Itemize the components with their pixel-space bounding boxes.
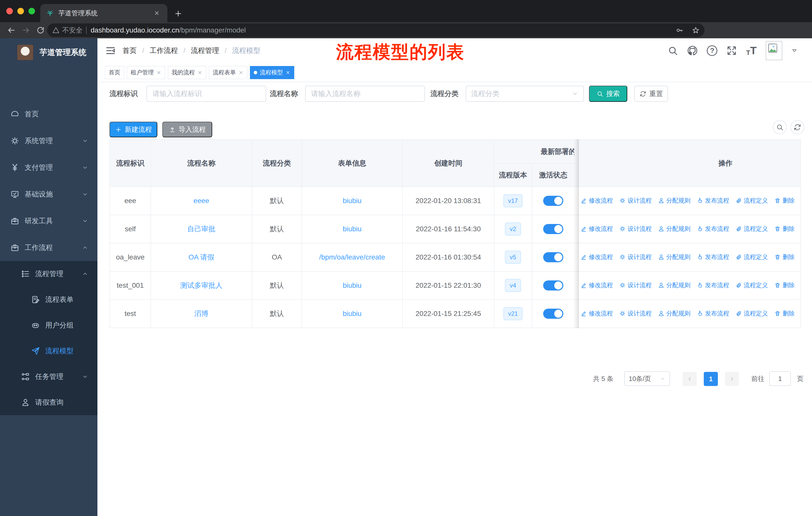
hide-search-button[interactable] (773, 120, 787, 134)
sidebar-fold-icon[interactable] (106, 46, 116, 56)
publish-process-link[interactable]: 发布流程 (697, 196, 729, 205)
goto-page-input[interactable] (769, 371, 791, 386)
close-tab-icon[interactable] (152, 8, 161, 18)
assign-rule-link[interactable]: 分配规则 (658, 309, 690, 318)
edit-process-link[interactable]: 修改流程 (581, 253, 613, 261)
sidebar-item-process-mgmt[interactable]: 流程管理 (0, 261, 97, 287)
form-link[interactable]: biubiu (343, 310, 362, 318)
design-process-link[interactable]: 设计流程 (619, 309, 652, 318)
font-size-icon[interactable]: TT (746, 45, 757, 57)
publish-process-link[interactable]: 发布流程 (697, 225, 729, 233)
delete-link[interactable]: 删除 (775, 309, 794, 318)
breadcrumb-workflow[interactable]: 工作流程 (150, 46, 178, 55)
sidebar-item-user-group[interactable]: 用户分组 (0, 313, 97, 338)
process-name-link[interactable]: 自己审批 (187, 225, 215, 233)
design-process-link[interactable]: 设计流程 (619, 196, 652, 205)
close-icon[interactable] (197, 70, 202, 75)
version-badge[interactable]: v5 (505, 251, 521, 264)
edit-process-link[interactable]: 修改流程 (581, 309, 613, 318)
sidebar-item-process-form[interactable]: 流程表单 (0, 287, 97, 313)
import-process-button[interactable]: 导入流程 (162, 122, 212, 137)
form-link[interactable]: biubiu (343, 225, 362, 233)
filter-name-input[interactable] (305, 86, 425, 102)
assign-rule-link[interactable]: 分配规则 (658, 281, 690, 289)
delete-link[interactable]: 删除 (775, 281, 794, 289)
reset-button[interactable]: 重置 (634, 86, 668, 102)
form-link[interactable]: biubiu (343, 197, 362, 205)
version-badge[interactable]: v4 (505, 279, 521, 292)
breadcrumb-home[interactable]: 首页 (123, 46, 137, 55)
prev-page-button[interactable] (683, 372, 697, 386)
breadcrumb-process-mgmt[interactable]: 流程管理 (191, 46, 219, 55)
form-link[interactable]: biubiu (343, 281, 362, 289)
github-icon[interactable] (687, 45, 698, 56)
search-button[interactable]: 搜索 (589, 86, 627, 102)
design-process-link[interactable]: 设计流程 (619, 253, 652, 261)
active-toggle[interactable] (543, 252, 563, 262)
publish-process-link[interactable]: 发布流程 (697, 309, 729, 318)
version-badge[interactable]: v17 (503, 194, 523, 207)
sidebar-item-payment[interactable]: 支付管理 (0, 154, 97, 181)
process-name-link[interactable]: 滔博 (194, 310, 208, 318)
avatar[interactable] (766, 41, 782, 60)
fullscreen-icon[interactable] (726, 45, 737, 56)
edit-process-link[interactable]: 修改流程 (581, 281, 613, 289)
delete-link[interactable]: 删除 (775, 225, 794, 233)
sidebar-item-workflow[interactable]: 工作流程 (0, 234, 97, 261)
zoom-window-button[interactable] (28, 8, 35, 15)
window-controls[interactable] (6, 8, 35, 15)
process-definition-link[interactable]: 流程定义 (736, 309, 768, 318)
brand[interactable]: 芋道管理系统 (0, 42, 97, 62)
version-badge[interactable]: v2 (505, 222, 521, 236)
process-definition-link[interactable]: 流程定义 (736, 253, 768, 261)
active-toggle[interactable] (543, 224, 563, 234)
create-process-button[interactable]: 新建流程 (110, 122, 157, 137)
publish-process-link[interactable]: 发布流程 (697, 253, 729, 261)
assign-rule-link[interactable]: 分配规则 (658, 253, 690, 261)
tag-process-form[interactable]: 流程表单 (209, 66, 247, 79)
active-toggle[interactable] (543, 309, 563, 319)
sidebar-item-infra[interactable]: 基础设施 (0, 181, 97, 208)
active-toggle[interactable] (543, 196, 563, 206)
url-path[interactable]: /bpm/manager/model (179, 26, 246, 34)
close-icon[interactable] (156, 70, 161, 75)
tag-home[interactable]: 首页 (105, 66, 124, 79)
tag-my-process[interactable]: 我的流程 (168, 66, 206, 79)
close-icon[interactable] (285, 70, 290, 75)
minimize-window-button[interactable] (18, 8, 24, 15)
process-name-link[interactable]: OA 请假 (188, 253, 214, 261)
sidebar-item-process-model[interactable]: 流程模型 (0, 338, 97, 364)
form-link[interactable]: /bpm/oa/leave/create (319, 253, 385, 261)
tag-process-model[interactable]: 流程模型 (250, 66, 294, 79)
forward-button[interactable] (22, 26, 30, 34)
process-name-link[interactable]: 测试多审批人 (180, 281, 223, 289)
sidebar-item-home[interactable]: 首页 (0, 101, 97, 128)
next-page-button[interactable] (725, 372, 739, 386)
edit-process-link[interactable]: 修改流程 (581, 196, 613, 205)
help-icon[interactable]: ? (707, 45, 717, 56)
design-process-link[interactable]: 设计流程 (619, 225, 652, 233)
process-definition-link[interactable]: 流程定义 (736, 281, 768, 289)
sidebar-item-devtools[interactable]: 研发工具 (0, 208, 97, 234)
process-definition-link[interactable]: 流程定义 (736, 196, 768, 205)
close-icon[interactable] (238, 70, 243, 75)
sidebar-item-system[interactable]: 系统管理 (0, 128, 97, 154)
browser-tab[interactable]: 芋道管理系统 (40, 4, 167, 22)
avatar-caret-icon[interactable] (791, 48, 798, 54)
url-domain[interactable]: dashboard.yudao.iocoder.cn (91, 26, 179, 34)
assign-rule-link[interactable]: 分配规则 (658, 225, 690, 233)
delete-link[interactable]: 删除 (775, 253, 794, 261)
delete-link[interactable]: 删除 (775, 196, 794, 205)
filter-key-input[interactable] (146, 86, 266, 102)
active-toggle[interactable] (543, 280, 563, 291)
reload-button[interactable] (36, 26, 45, 34)
filter-category-select[interactable]: 流程分类 (466, 86, 584, 102)
new-tab-button[interactable] (173, 8, 183, 19)
header-search-icon[interactable] (668, 45, 678, 56)
sidebar-item-task-mgmt[interactable]: 任务管理 (0, 364, 97, 389)
process-definition-link[interactable]: 流程定义 (736, 225, 768, 233)
design-process-link[interactable]: 设计流程 (619, 281, 652, 289)
publish-process-link[interactable]: 发布流程 (697, 281, 729, 289)
bookmark-star-icon[interactable] (692, 26, 699, 34)
password-key-icon[interactable] (676, 26, 684, 34)
